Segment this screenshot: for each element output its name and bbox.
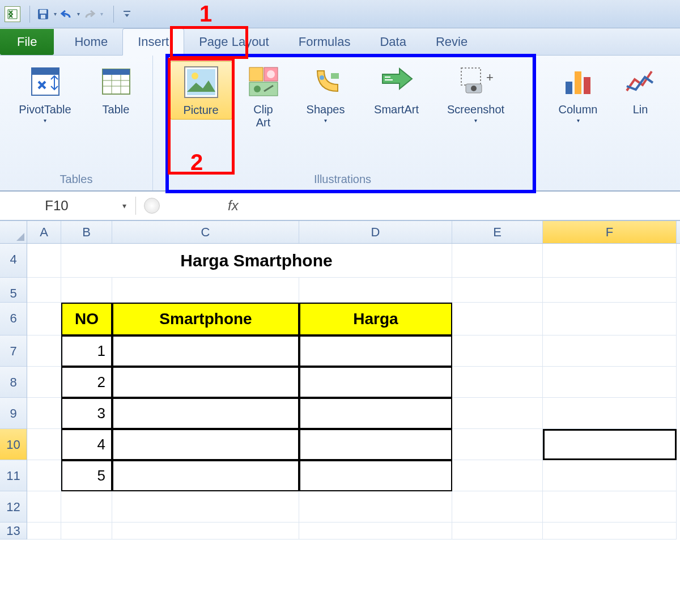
qat-customize-button[interactable] xyxy=(118,6,135,23)
cell-E6[interactable] xyxy=(452,303,543,335)
cell-B9[interactable]: 3 xyxy=(61,398,112,429)
redo-button[interactable] xyxy=(81,6,98,23)
cell-A12[interactable] xyxy=(27,491,61,522)
save-dropdown-icon[interactable]: ▾ xyxy=(54,11,57,17)
shapes-button[interactable]: Shapes ▾ xyxy=(295,61,357,126)
cell-D5[interactable] xyxy=(299,278,452,303)
cell-B11[interactable]: 5 xyxy=(61,460,112,491)
cell-F9[interactable] xyxy=(543,398,677,429)
cell-E5[interactable] xyxy=(452,278,543,303)
cell-A6[interactable] xyxy=(27,303,61,335)
cell-E11[interactable] xyxy=(452,460,543,491)
cell-E7[interactable] xyxy=(452,335,543,367)
cell-D8[interactable] xyxy=(299,367,452,398)
cell-E10[interactable] xyxy=(452,429,543,460)
cell-F8[interactable] xyxy=(543,367,677,398)
cell-C9[interactable] xyxy=(112,398,299,429)
tab-file[interactable]: File xyxy=(0,29,54,55)
cell-B5[interactable] xyxy=(61,278,112,303)
cell-F11[interactable] xyxy=(543,460,677,491)
row-header-11[interactable]: 11 xyxy=(0,460,27,491)
picture-button[interactable]: Picture xyxy=(170,61,232,120)
cell-A7[interactable] xyxy=(27,335,61,367)
row-header-13[interactable]: 13 xyxy=(0,522,27,539)
row-header-5[interactable]: 5 xyxy=(0,278,27,303)
tab-home[interactable]: Home xyxy=(60,29,122,55)
tab-insert[interactable]: Insert xyxy=(122,28,184,56)
undo-dropdown-icon[interactable]: ▾ xyxy=(77,11,80,17)
cell-C6[interactable]: Smartphone xyxy=(112,303,299,335)
name-box-dropdown[interactable]: ▾ xyxy=(113,197,136,215)
tab-review[interactable]: Revie xyxy=(421,29,482,55)
tab-formulas[interactable]: Formulas xyxy=(284,29,366,55)
undo-button[interactable] xyxy=(58,6,75,23)
row-header-12[interactable]: 12 xyxy=(0,491,27,522)
cell-C13[interactable] xyxy=(112,522,299,539)
cell-D13[interactable] xyxy=(299,522,452,539)
cell-B6[interactable]: NO xyxy=(61,303,112,335)
cell-E8[interactable] xyxy=(452,367,543,398)
cell-C10[interactable] xyxy=(112,429,299,460)
cell-D11[interactable] xyxy=(299,460,452,491)
tab-data[interactable]: Data xyxy=(365,29,420,55)
select-all-corner[interactable] xyxy=(0,221,27,243)
cell-A5[interactable] xyxy=(27,278,61,303)
cell-C8[interactable] xyxy=(112,367,299,398)
cell-F13[interactable] xyxy=(543,522,677,539)
cell-C7[interactable] xyxy=(112,335,299,367)
cell-D7[interactable] xyxy=(299,335,452,367)
cell-C11[interactable] xyxy=(112,460,299,491)
row-header-9[interactable]: 9 xyxy=(0,398,27,429)
col-header-F[interactable]: F xyxy=(543,221,677,243)
cell-F7[interactable] xyxy=(543,335,677,367)
row-header-6[interactable]: 6 xyxy=(0,303,27,335)
col-header-D[interactable]: D xyxy=(299,221,452,243)
save-button[interactable] xyxy=(35,6,52,23)
cell-C12[interactable] xyxy=(112,491,299,522)
cell-A9[interactable] xyxy=(27,398,61,429)
formula-input[interactable] xyxy=(239,199,680,213)
cell-A11[interactable] xyxy=(27,460,61,491)
screenshot-button[interactable]: + Screenshot ▾ xyxy=(436,61,516,126)
cell-B7[interactable]: 1 xyxy=(61,335,112,367)
cell-A10[interactable] xyxy=(27,429,61,460)
cell-title[interactable]: Harga Smartphone xyxy=(61,244,452,278)
cell-E12[interactable] xyxy=(452,491,543,522)
cell-F10[interactable] xyxy=(543,429,677,460)
cell-B10[interactable]: 4 xyxy=(61,429,112,460)
column-chart-button[interactable]: Column ▾ xyxy=(547,61,609,126)
cell-A4[interactable] xyxy=(27,244,61,278)
row-header-4[interactable]: 4 xyxy=(0,244,27,278)
cell-C5[interactable] xyxy=(112,278,299,303)
pivottable-button[interactable]: PivotTable ▾ xyxy=(8,61,82,126)
name-box[interactable]: F10 xyxy=(0,198,113,214)
row-header-7[interactable]: 7 xyxy=(0,335,27,367)
tab-page-layout[interactable]: Page Layout xyxy=(184,29,284,55)
cell-E4[interactable] xyxy=(452,244,543,278)
cell-D6[interactable]: Harga xyxy=(299,303,452,335)
cell-F5[interactable] xyxy=(543,278,677,303)
cell-B12[interactable] xyxy=(61,491,112,522)
cell-F6[interactable] xyxy=(543,303,677,335)
fx-label[interactable]: fx xyxy=(228,198,239,214)
col-header-B[interactable]: B xyxy=(61,221,112,243)
col-header-E[interactable]: E xyxy=(452,221,543,243)
cell-E13[interactable] xyxy=(452,522,543,539)
cell-D12[interactable] xyxy=(299,491,452,522)
col-header-A[interactable]: A xyxy=(27,221,61,243)
cell-A13[interactable] xyxy=(27,522,61,539)
cell-F4[interactable] xyxy=(543,244,677,278)
table-button[interactable]: Table xyxy=(88,61,144,118)
cell-E9[interactable] xyxy=(452,398,543,429)
cell-A8[interactable] xyxy=(27,367,61,398)
cell-D9[interactable] xyxy=(299,398,452,429)
line-chart-button[interactable]: Lin xyxy=(615,61,666,118)
smartart-button[interactable]: SmartArt xyxy=(363,61,431,118)
redo-dropdown-icon[interactable]: ▾ xyxy=(100,11,103,17)
cell-B8[interactable]: 2 xyxy=(61,367,112,398)
clipart-button[interactable]: Clip Art xyxy=(238,61,289,131)
spreadsheet-grid[interactable]: A B C D E F 4 Harga Smartphone 5 6 NO Sm… xyxy=(0,221,680,539)
col-header-C[interactable]: C xyxy=(112,221,299,243)
cell-F12[interactable] xyxy=(543,491,677,522)
cell-B13[interactable] xyxy=(61,522,112,539)
